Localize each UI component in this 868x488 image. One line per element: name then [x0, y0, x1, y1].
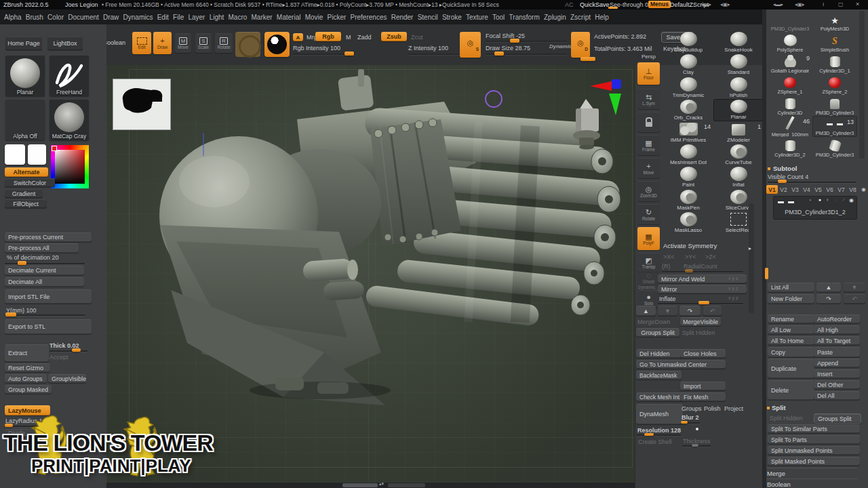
- decimation-pct-handle[interactable]: [18, 261, 26, 265]
- eye-icon[interactable]: ◉: [849, 197, 854, 203]
- brush-paint[interactable]: Paint: [663, 166, 713, 188]
- menu-zplugin[interactable]: Zplugin: [544, 14, 566, 21]
- switch-color-button[interactable]: SwitchColor: [5, 178, 55, 187]
- slash-icon[interactable]: ∕: [844, 197, 844, 202]
- fill-object-button[interactable]: FillObject: [5, 199, 47, 208]
- zcut-toggle[interactable]: Zcut: [411, 34, 423, 41]
- blur-slider[interactable]: Blur 2: [682, 414, 699, 421]
- brush-hpolish[interactable]: hPolish: [713, 76, 764, 98]
- reset-gizmo-button[interactable]: Reset Gizmo: [5, 363, 50, 372]
- shelf-slider-handle[interactable]: [580, 57, 595, 61]
- tool-item[interactable]: 9Goliath Legionair: [768, 53, 812, 74]
- active-subtool-row[interactable]: ◗ ● ◐ ◌ ∕ ◉ PM3D_Cylinder3D1_2: [773, 196, 857, 220]
- close-icon[interactable]: ×: [856, 1, 859, 7]
- secondary-color-swatch[interactable]: [28, 144, 46, 165]
- create-shell-button[interactable]: Create Shell: [638, 439, 672, 445]
- extract-button[interactable]: Extract: [5, 344, 49, 362]
- all-low-button[interactable]: All Low: [768, 325, 814, 334]
- resolution-slider[interactable]: Resolution 128: [637, 427, 681, 434]
- tab-v4[interactable]: V4: [801, 185, 812, 194]
- menu-picker[interactable]: Picker: [328, 14, 347, 21]
- visible-count-handle[interactable]: [778, 180, 787, 183]
- menu-stroke[interactable]: Stroke: [442, 14, 462, 21]
- del-all-button[interactable]: Del All: [814, 391, 860, 400]
- brush-standard[interactable]: Standard: [713, 54, 764, 76]
- polypaint-brush-icon[interactable]: ◗: [809, 197, 812, 202]
- brush-selectrect[interactable]: SelectRect: [713, 211, 764, 234]
- scroll-arrows-icon[interactable]: ▴▾: [379, 481, 384, 487]
- all-to-home-button[interactable]: All To Home: [768, 336, 814, 345]
- dock-right-icon[interactable]: ◂▣▸: [720, 1, 730, 7]
- menu-zscript[interactable]: Zscript: [570, 14, 591, 21]
- ghost-subtool-icon[interactable]: ◌: [835, 197, 837, 202]
- menu-marker[interactable]: Marker: [252, 14, 273, 21]
- brush-masklasso[interactable]: MaskLasso: [663, 211, 713, 234]
- split-masked-button[interactable]: Split Masked Points: [768, 457, 860, 466]
- rotate-view-button[interactable]: ↻ Rotate: [637, 204, 660, 224]
- draw-size-slider[interactable]: Draw Size 28.75: [486, 45, 530, 52]
- menu-brush[interactable]: Brush: [26, 14, 43, 21]
- tool-item[interactable]: ZSphere_1: [768, 74, 812, 95]
- subtool-scrollbar-handle[interactable]: [765, 268, 768, 279]
- brush-meshinsert-dot[interactable]: MeshInsert Dot: [663, 144, 713, 166]
- split-header[interactable]: Split: [772, 404, 786, 411]
- material-slot[interactable]: [264, 32, 290, 57]
- import-stl-button[interactable]: Import STL File: [5, 289, 92, 304]
- brush-maskpen[interactable]: MaskPen: [663, 188, 713, 211]
- brush-planar-selected[interactable]: Planar: [713, 99, 764, 121]
- document-minimap[interactable]: [113, 79, 171, 130]
- subtool-header[interactable]: Subtool: [773, 165, 797, 172]
- brush-orb-cracks[interactable]: Orb_Cracks: [663, 99, 713, 121]
- texture-slot[interactable]: [235, 32, 260, 57]
- tool-item[interactable]: PM3D_Cylinder3: [812, 95, 857, 116]
- persp-toggle[interactable]: Persp: [642, 54, 656, 60]
- focal-shift-track[interactable]: [486, 41, 567, 42]
- move-view-button[interactable]: + Move: [637, 158, 660, 178]
- tool-item[interactable]: Cylinder3D: [768, 95, 812, 116]
- merge-down-button[interactable]: MergeDown: [637, 319, 671, 325]
- tab-v2[interactable]: V2: [778, 185, 789, 194]
- inflate-slider[interactable]: Inflate: [659, 296, 676, 302]
- sym-y-toggle[interactable]: >Y<: [685, 253, 696, 260]
- menu-stencil[interactable]: Stencil: [418, 14, 438, 21]
- tool-item[interactable]: PolySphere: [768, 32, 812, 53]
- gradient-button[interactable]: Gradient: [5, 189, 43, 198]
- split-to-parts-button[interactable]: Split To Parts: [768, 435, 860, 444]
- tool-item[interactable]: SSimpleBrush: [812, 32, 857, 53]
- inflate-handle[interactable]: [698, 301, 709, 304]
- tab-v1[interactable]: V1: [766, 185, 778, 194]
- menu-draw[interactable]: Draw: [103, 14, 119, 21]
- auto-groups-button[interactable]: Auto Groups: [5, 374, 47, 383]
- menu-layer[interactable]: Layer: [188, 14, 205, 21]
- half-visibility-icon[interactable]: ◐: [827, 197, 829, 202]
- copy-button[interactable]: Copy: [768, 347, 814, 357]
- depth-picker-button[interactable]: ◎ D: [571, 32, 590, 58]
- zadd-toggle[interactable]: Zadd: [357, 34, 372, 41]
- edit-mode-button[interactable]: Edit: [132, 32, 151, 54]
- merge-visible-button[interactable]: MergeVisible: [680, 317, 721, 326]
- thickness-handle[interactable]: [692, 444, 698, 447]
- menu-file[interactable]: File: [173, 14, 184, 21]
- boolean-section-button[interactable]: Boolean: [767, 479, 857, 488]
- decimation-pct-track[interactable]: [5, 263, 85, 264]
- main-color-swatch[interactable]: [5, 144, 25, 165]
- brush-slicecurve[interactable]: SliceCurve: [713, 188, 764, 211]
- sym-x-toggle[interactable]: >X<: [663, 253, 675, 260]
- redo-button[interactable]: ↷: [679, 306, 701, 316]
- menu-edit[interactable]: Edit: [157, 14, 169, 21]
- menu-help[interactable]: Help: [595, 14, 609, 21]
- window-icon[interactable]: ▢: [838, 1, 844, 7]
- lightbox-button[interactable]: LightBox: [47, 37, 83, 50]
- activate-symmetry-button[interactable]: Activate Symmetry: [663, 242, 717, 249]
- all-to-target-button[interactable]: All To Target: [814, 336, 860, 345]
- resolution-handle[interactable]: [644, 433, 654, 436]
- see-through-handle[interactable]: [608, 7, 618, 9]
- draw-size-handle[interactable]: [494, 52, 504, 56]
- close-holes-button[interactable]: Close Holes: [680, 349, 726, 358]
- append-button[interactable]: Append: [814, 359, 860, 367]
- preprocess-current-button[interactable]: Pre-process Current: [5, 232, 92, 242]
- tab-v5[interactable]: V5: [812, 185, 824, 194]
- fix-mesh-button[interactable]: Fix Mesh: [680, 392, 726, 401]
- hourglass-icon[interactable]: I: [823, 1, 824, 7]
- move-down-button[interactable]: ▼: [658, 306, 677, 316]
